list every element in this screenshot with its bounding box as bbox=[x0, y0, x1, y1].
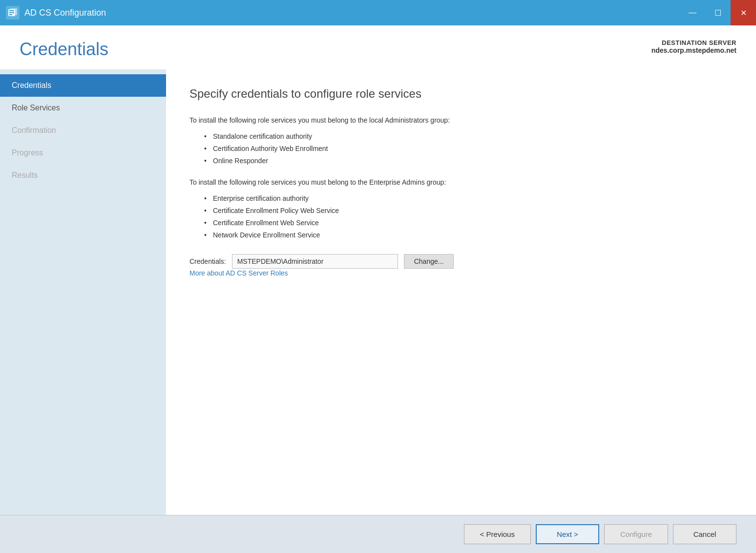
maximize-button[interactable]: ☐ bbox=[705, 0, 731, 25]
next-button[interactable]: Next > bbox=[536, 524, 599, 544]
footer: < Previous Next > Configure Cancel bbox=[0, 515, 756, 553]
list-item: Certification Authority Web Enrollment bbox=[204, 143, 733, 155]
destination-server-label: DESTINATION SERVER bbox=[651, 39, 736, 46]
configure-button[interactable]: Configure bbox=[604, 524, 668, 544]
svg-rect-1 bbox=[10, 8, 17, 15]
credentials-label: Credentials: bbox=[189, 257, 226, 265]
list-item: Online Responder bbox=[204, 155, 733, 167]
page-title: Credentials bbox=[20, 39, 108, 60]
list-item: Enterprise certification authority bbox=[204, 192, 733, 205]
sidebar-item-results: Results bbox=[0, 164, 166, 187]
previous-button[interactable]: < Previous bbox=[464, 524, 531, 544]
change-button[interactable]: Change... bbox=[404, 254, 454, 269]
title-bar: AD CS Configuration — ☐ ✕ bbox=[0, 0, 756, 25]
credentials-input[interactable] bbox=[232, 254, 398, 269]
window-controls: — ☐ ✕ bbox=[680, 0, 756, 25]
enterprise-admins-text: To install the following role services y… bbox=[189, 177, 733, 188]
list-item: Network Device Enrollment Service bbox=[204, 229, 733, 241]
local-admins-list: Standalone certification authority Certi… bbox=[204, 130, 733, 168]
enterprise-admins-list: Enterprise certification authority Certi… bbox=[204, 192, 733, 242]
destination-server-value: ndes.corp.mstepdemo.net bbox=[651, 46, 736, 54]
close-button[interactable]: ✕ bbox=[731, 0, 756, 25]
list-item: Standalone certification authority bbox=[204, 130, 733, 143]
sidebar-item-progress: Progress bbox=[0, 142, 166, 164]
svg-rect-2 bbox=[9, 10, 14, 11]
sidebar: Credentials Role Services Confirmation P… bbox=[0, 69, 166, 515]
destination-server-block: DESTINATION SERVER ndes.corp.mstepdemo.n… bbox=[651, 39, 736, 54]
minimize-button[interactable]: — bbox=[680, 0, 705, 25]
list-item: Certificate Enrollment Web Service bbox=[204, 217, 733, 229]
main-panel: Specify credentials to configure role se… bbox=[166, 69, 756, 515]
sidebar-item-confirmation: Confirmation bbox=[0, 119, 166, 142]
credentials-row: Credentials: Change... bbox=[189, 254, 733, 269]
window-title: AD CS Configuration bbox=[24, 8, 106, 18]
panel-heading: Specify credentials to configure role se… bbox=[189, 87, 733, 101]
cancel-button[interactable]: Cancel bbox=[673, 524, 736, 544]
svg-rect-4 bbox=[9, 14, 12, 15]
content-area: Credentials Role Services Confirmation P… bbox=[0, 69, 756, 515]
sidebar-item-role-services[interactable]: Role Services bbox=[0, 97, 166, 119]
window-body: Credentials DESTINATION SERVER ndes.corp… bbox=[0, 25, 756, 553]
header-area: Credentials DESTINATION SERVER ndes.corp… bbox=[0, 25, 756, 69]
title-bar-left: AD CS Configuration bbox=[6, 6, 106, 20]
more-link[interactable]: More about AD CS Server Roles bbox=[189, 269, 288, 277]
svg-rect-3 bbox=[9, 12, 14, 13]
local-admins-text: To install the following role services y… bbox=[189, 115, 733, 126]
sidebar-item-credentials[interactable]: Credentials bbox=[0, 74, 166, 97]
list-item: Certificate Enrollment Policy Web Servic… bbox=[204, 205, 733, 217]
app-icon bbox=[6, 6, 20, 20]
